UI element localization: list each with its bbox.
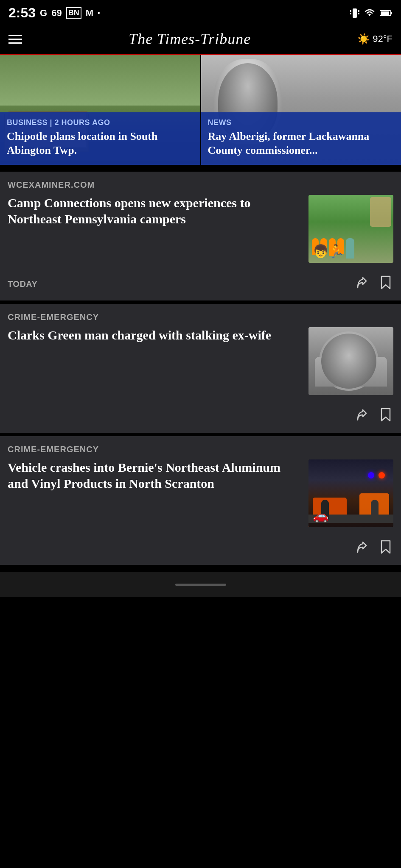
status-icon-69: 69 bbox=[51, 8, 62, 19]
app-header: The Times-Tribune ☀️ 92°F bbox=[0, 24, 401, 55]
news-footer-vehicle bbox=[8, 534, 393, 559]
news-headline-vehicle: Vehicle crashes into Bernie's Northeast … bbox=[8, 459, 302, 491]
vibrate-icon bbox=[350, 8, 359, 19]
hero-title-alberigi: Ray Alberigi, former Lackawanna County c… bbox=[208, 130, 395, 157]
news-headline-stalking: Clarks Green man charged with stalking e… bbox=[8, 327, 302, 343]
news-text-camp: Camp Connections opens new experiences t… bbox=[8, 195, 302, 230]
wifi-icon bbox=[364, 8, 376, 18]
news-actions-vehicle bbox=[353, 538, 393, 559]
status-bar: 2:53 G 69 BN M • bbox=[0, 0, 401, 24]
news-source-stalking: CRIME-EMERGENCY bbox=[8, 312, 393, 322]
news-body-camp: Camp Connections opens new experiences t… bbox=[8, 195, 393, 263]
news-card-clarks-green[interactable]: CRIME-EMERGENCY Clarks Green man charged… bbox=[0, 304, 401, 433]
bookmark-icon-vehicle bbox=[380, 540, 392, 554]
news-headline-camp: Camp Connections opens new experiences t… bbox=[8, 195, 302, 227]
status-icon-m: M bbox=[86, 8, 93, 19]
hero-card-chipotle[interactable]: BUSINESS | 2 HOURS AGO Chipotle plans lo… bbox=[0, 55, 200, 165]
svg-rect-1 bbox=[350, 10, 351, 12]
news-card-camp-connections[interactable]: WCEXAMINER.COM Camp Connections opens ne… bbox=[0, 172, 401, 300]
hero-card-alberigi[interactable]: NEWS Ray Alberigi, former Lackawanna Cou… bbox=[201, 55, 401, 165]
hero-category-chipotle: BUSINESS | 2 HOURS AGO bbox=[7, 118, 193, 127]
news-card-vehicle-crash[interactable]: CRIME-EMERGENCY Vehicle crashes into Ber… bbox=[0, 436, 401, 565]
share-button-vehicle[interactable] bbox=[353, 539, 370, 559]
thumb-img-camp bbox=[308, 195, 393, 263]
thumb-img-stalking bbox=[308, 327, 393, 395]
temperature: 92°F bbox=[373, 33, 393, 45]
home-indicator[interactable] bbox=[175, 584, 226, 586]
status-icon-bn: BN bbox=[66, 7, 81, 19]
bookmark-button-vehicle[interactable] bbox=[378, 538, 393, 559]
svg-rect-6 bbox=[381, 11, 389, 15]
menu-button[interactable] bbox=[8, 35, 22, 44]
news-text-vehicle: Vehicle crashes into Bernie's Northeast … bbox=[8, 459, 302, 495]
news-feed: WCEXAMINER.COM Camp Connections opens ne… bbox=[0, 165, 401, 572]
hero-row: BUSINESS | 2 HOURS AGO Chipotle plans lo… bbox=[0, 55, 401, 165]
share-icon-vehicle bbox=[354, 540, 368, 554]
news-date-camp: TODAY bbox=[8, 279, 37, 289]
hero-card-overlay-chipotle: BUSINESS | 2 HOURS AGO Chipotle plans lo… bbox=[0, 112, 200, 165]
status-time: 2:53 bbox=[8, 5, 36, 21]
news-text-stalking: Clarks Green man charged with stalking e… bbox=[8, 327, 302, 347]
status-icon-g: G bbox=[40, 8, 47, 19]
status-left: 2:53 G 69 BN M • bbox=[8, 5, 100, 21]
news-footer-camp: TODAY bbox=[8, 270, 393, 295]
news-actions-stalking bbox=[353, 406, 393, 427]
bookmark-button-stalking[interactable] bbox=[378, 406, 393, 427]
share-button-stalking[interactable] bbox=[353, 406, 370, 426]
bookmark-icon-stalking bbox=[380, 408, 392, 422]
share-icon-stalking bbox=[354, 408, 368, 422]
sun-icon: ☀️ bbox=[357, 33, 370, 45]
news-footer-stalking bbox=[8, 402, 393, 427]
app-title: The Times-Tribune bbox=[22, 30, 357, 48]
news-thumb-vehicle bbox=[308, 459, 393, 527]
share-button-camp[interactable] bbox=[353, 274, 370, 294]
svg-rect-7 bbox=[391, 12, 392, 14]
hero-card-overlay-alberigi: NEWS Ray Alberigi, former Lackawanna Cou… bbox=[201, 112, 401, 165]
svg-rect-3 bbox=[358, 10, 359, 12]
hero-category-alberigi: NEWS bbox=[208, 118, 395, 127]
svg-rect-0 bbox=[353, 8, 357, 18]
hero-title-chipotle: Chipotle plans location in South Abingto… bbox=[7, 130, 193, 157]
news-source-vehicle: CRIME-EMERGENCY bbox=[8, 445, 393, 454]
battery-icon bbox=[380, 9, 393, 17]
news-source-camp: WCEXAMINER.COM bbox=[8, 180, 393, 190]
bookmark-button-camp[interactable] bbox=[378, 274, 393, 295]
svg-rect-2 bbox=[350, 13, 351, 14]
news-thumb-camp bbox=[308, 195, 393, 263]
svg-rect-4 bbox=[358, 13, 359, 14]
bookmark-icon-camp bbox=[380, 275, 392, 290]
news-body-vehicle: Vehicle crashes into Bernie's Northeast … bbox=[8, 459, 393, 527]
status-dot: • bbox=[98, 9, 100, 17]
share-icon-camp bbox=[354, 276, 368, 289]
bottom-bar bbox=[0, 572, 401, 597]
news-body-stalking: Clarks Green man charged with stalking e… bbox=[8, 327, 393, 395]
weather-widget: ☀️ 92°F bbox=[357, 33, 393, 45]
news-thumb-stalking bbox=[308, 327, 393, 395]
thumb-img-vehicle bbox=[308, 459, 393, 527]
status-right bbox=[350, 8, 393, 19]
news-actions-camp bbox=[353, 274, 393, 295]
